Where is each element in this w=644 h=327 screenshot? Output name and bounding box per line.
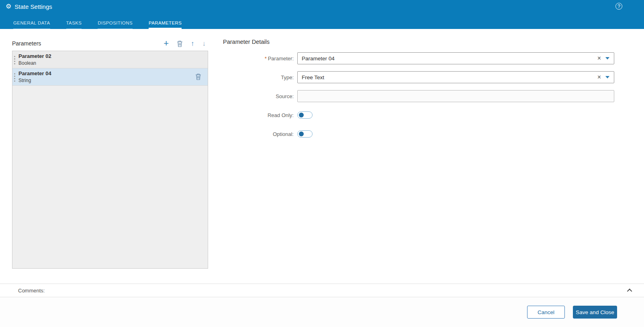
cancel-button[interactable]: Cancel: [527, 306, 565, 319]
optional-toggle[interactable]: [297, 130, 313, 138]
read-only-row: Read Only:: [223, 109, 621, 121]
chevron-down-icon[interactable]: [605, 57, 609, 60]
parameter-type: String: [18, 78, 51, 83]
move-down-button[interactable]: ↓: [202, 40, 206, 47]
save-and-close-button[interactable]: Save and Close: [573, 306, 617, 319]
footer-bar: Cancel Save and Close: [0, 297, 644, 327]
parameter-name: Parameter 04: [18, 70, 51, 76]
chevron-down-icon[interactable]: [605, 76, 609, 78]
read-only-field-label: Read Only:: [223, 112, 297, 118]
collapse-chevron-icon[interactable]: [627, 288, 632, 294]
parameter-combobox-value: Parameter 04: [298, 56, 593, 62]
optional-row: Optional:: [223, 128, 621, 140]
row-delete-button[interactable]: [195, 73, 201, 80]
tab-tasks[interactable]: TASKS: [66, 21, 82, 29]
list-item[interactable]: Parameter 02 Boolean: [12, 51, 208, 68]
add-parameter-button[interactable]: +: [164, 39, 169, 48]
parameters-panel-header: Parameters + ↑ ↓: [12, 39, 208, 48]
list-item-text: Parameter 04 String: [15, 70, 51, 83]
toggle-knob: [299, 113, 304, 117]
optional-field-label: Optional:: [223, 131, 297, 137]
type-field-label: Type:: [223, 74, 297, 80]
source-row: Source:: [223, 90, 621, 102]
source-input[interactable]: [297, 90, 614, 102]
parameter-details-panel: Parameter Details *Parameter: Parameter …: [223, 39, 621, 147]
comments-label: Comments:: [18, 288, 45, 294]
trash-icon: [195, 73, 201, 80]
parameter-row: *Parameter: Parameter 04 ×: [223, 52, 621, 64]
parameter-name: Parameter 02: [18, 53, 51, 59]
parameter-details-title: Parameter Details: [223, 39, 621, 45]
comments-section[interactable]: Comments:: [0, 284, 644, 297]
list-item-text: Parameter 02 Boolean: [15, 53, 51, 66]
title-bar: ⚙ State Settings ?: [0, 0, 644, 13]
type-combobox[interactable]: Free Text ×: [297, 71, 614, 83]
gear-icon: ⚙: [6, 3, 11, 10]
clear-icon[interactable]: ×: [593, 74, 605, 80]
tab-general-data[interactable]: GENERAL DATA: [13, 21, 50, 29]
parameter-label-text: Parameter:: [268, 56, 294, 62]
parameters-panel-title: Parameters: [12, 40, 41, 47]
type-combobox-value: Free Text: [298, 74, 593, 80]
parameter-field-label: *Parameter:: [223, 56, 297, 62]
parameters-list: Parameter 02 Boolean Parameter 04 String: [12, 51, 208, 269]
parameter-combobox[interactable]: Parameter 04 ×: [297, 52, 614, 64]
parameter-type: Boolean: [18, 60, 51, 66]
source-field-label: Source:: [223, 93, 297, 99]
read-only-toggle[interactable]: [297, 111, 313, 119]
clear-icon[interactable]: ×: [593, 55, 605, 62]
type-row: Type: Free Text ×: [223, 71, 621, 83]
page-title: State Settings: [14, 3, 52, 10]
list-item-selected[interactable]: Parameter 04 String: [12, 68, 208, 86]
parameters-panel: Parameters + ↑ ↓ Parameter 02 Boolean Pa…: [12, 39, 208, 269]
required-asterisk: *: [265, 56, 267, 62]
move-up-button[interactable]: ↑: [191, 40, 194, 47]
trash-icon: [177, 40, 183, 47]
toggle-knob: [299, 132, 304, 136]
parameters-toolbar: + ↑ ↓: [164, 39, 208, 48]
help-icon[interactable]: ?: [615, 3, 622, 10]
tab-parameters[interactable]: PARAMETERS: [149, 21, 182, 29]
tab-bar: GENERAL DATA TASKS DISPOSITIONS PARAMETE…: [0, 13, 644, 29]
delete-parameter-button[interactable]: [177, 40, 183, 47]
tab-dispositions[interactable]: DISPOSITIONS: [98, 21, 133, 29]
